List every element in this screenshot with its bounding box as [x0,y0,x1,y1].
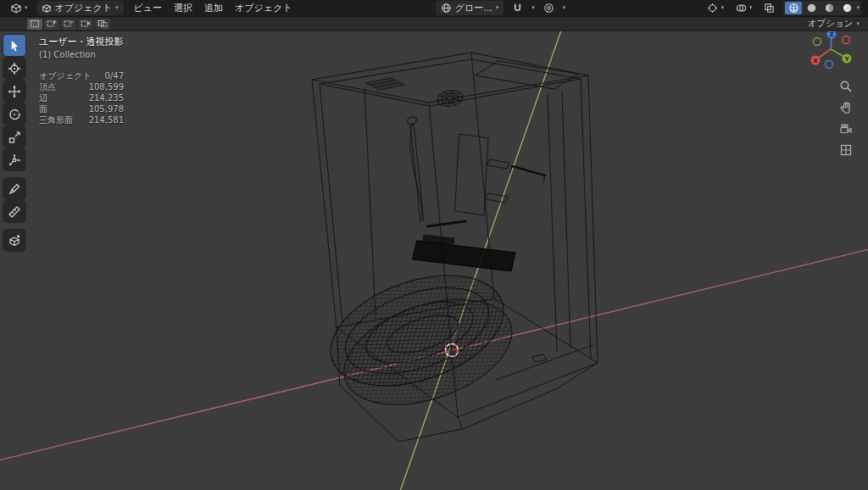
tool-settings-bar: オプション ▾ [0,17,868,31]
wireframe-sphere-icon [788,3,799,14]
tool-annotate[interactable] [3,178,25,199]
stat-faces: 面 105,978 [39,103,124,114]
menu-bar: ビュー 選択 追加 オブジェクト [129,1,298,15]
tool-transform[interactable] [3,149,25,170]
rotate-icon [8,108,21,121]
select-mode-invert-button[interactable] [78,19,93,30]
zoom-icon[interactable] [839,80,853,93]
stat-edges: 辺 214,235 [39,92,124,103]
add-cube-icon [8,234,21,248]
material-sphere-icon [824,3,835,14]
transform-icon [8,153,21,167]
tool-scale[interactable] [3,126,25,148]
proportional-circle-icon [543,3,554,14]
viewport-side-controls [839,80,853,157]
tool-move[interactable] [3,81,25,102]
proportional-edit-button[interactable] [540,2,558,14]
orientation-label: グロー... [455,2,492,14]
editor-type-button[interactable]: ▾ [7,2,31,15]
mode-select-label: オブジェクト [55,2,113,14]
menu-object[interactable]: オブジェクト [230,1,298,15]
object-mode-icon [42,3,52,14]
scene-statistics: オブジェクト 0/47 頂点 108,599 辺 214,235 面 105,9… [39,70,124,125]
chevron-down-icon: ▾ [496,5,499,11]
active-collection-label: (1) Collection [39,50,124,59]
shading-solid-button[interactable] [803,2,820,14]
gizmo-z-label: Z [829,31,833,38]
gizmo-y-label: Y [843,56,849,63]
select-cursor-icon [8,39,21,53]
stat-vertices: 頂点 108,599 [39,81,124,92]
snap-dropdown-caret[interactable]: ▾ [531,5,535,11]
options-dropdown[interactable]: オプション ▾ [808,18,860,30]
annotate-pen-icon [8,182,21,196]
select-mode-group [27,19,110,30]
viewport-header: ▾ オブジェクト ▾ ビュー 選択 追加 オブジェクト グロー... ▾ [0,0,868,17]
select-invert-icon [81,19,91,28]
chevron-down-icon: ▾ [856,21,860,27]
rendered-sphere-icon [842,3,853,14]
toolbar [3,35,25,251]
select-mode-extend-button[interactable] [44,19,59,30]
gizmo-toggle-icon [707,3,718,14]
select-subtract-icon [64,19,74,28]
pan-hand-icon[interactable] [839,101,853,114]
select-mode-set-button[interactable] [27,19,42,30]
shading-material-button[interactable] [821,2,837,14]
viewport-editor-icon [10,3,22,14]
menu-view[interactable]: ビュー [129,1,168,15]
move-icon [8,85,21,98]
shading-dropdown-caret[interactable]: ▾ [856,5,860,11]
shading-mode-group: ▾ [783,1,861,15]
toggle-ortho-icon[interactable] [839,143,853,157]
tool-measure[interactable] [3,201,25,222]
gizmo-axis-x-negative[interactable] [843,36,850,44]
tool-add-cube[interactable] [3,230,25,251]
chevron-down-icon: ▾ [721,5,724,11]
chevron-down-icon: ▾ [115,5,119,11]
xray-icon [764,3,775,14]
show-overlays-button[interactable]: ▾ [732,2,756,14]
menu-select[interactable]: 選択 [169,1,198,15]
mode-select[interactable]: オブジェクト ▾ [36,1,124,15]
tool-select-box[interactable] [3,35,25,56]
xray-toggle-button[interactable] [760,2,778,14]
measure-ruler-icon [8,205,21,219]
shading-rendered-button[interactable] [838,2,855,14]
falloff-dropdown-caret[interactable]: ▾ [563,5,566,11]
cursor-tool-icon [8,62,21,75]
snap-toggle-button[interactable] [509,2,526,14]
tool-cursor[interactable] [3,58,25,79]
show-gizmo-button[interactable]: ▾ [704,2,727,14]
select-extend-icon [47,19,57,28]
viewport-canvas[interactable] [0,31,868,490]
stat-triangles: 三角形面 214,581 [39,114,124,125]
shading-wireframe-button[interactable] [785,2,802,14]
camera-view-icon[interactable] [839,122,853,136]
gizmo-axis-y-negative[interactable] [814,38,821,46]
chevron-down-icon: ▾ [25,5,28,11]
stat-objects: オブジェクト 0/47 [39,70,124,81]
scale-icon [8,131,21,144]
gizmo-axis-z-negative[interactable] [826,61,833,69]
overlays-icon [736,3,747,14]
tool-rotate[interactable] [3,103,25,125]
viewport-info-overlay: ユーザー・透視投影 (1) Collection オブジェクト 0/47 頂点 … [39,36,124,125]
chevron-down-icon: ▾ [749,5,753,11]
select-set-icon [30,19,40,28]
solid-sphere-icon [806,3,817,14]
select-intersect-icon [97,19,108,28]
gizmo-x-label: X [813,58,818,64]
select-mode-subtract-button[interactable] [61,19,76,30]
options-label: オプション [808,18,854,30]
menu-add[interactable]: 追加 [199,1,228,15]
select-mode-intersect-button[interactable] [95,19,110,30]
orientation-globe-icon [441,3,452,14]
magnet-icon [512,3,523,14]
transform-orientation-select[interactable]: グロー... ▾ [436,1,504,15]
view-perspective-label: ユーザー・透視投影 [39,36,124,48]
